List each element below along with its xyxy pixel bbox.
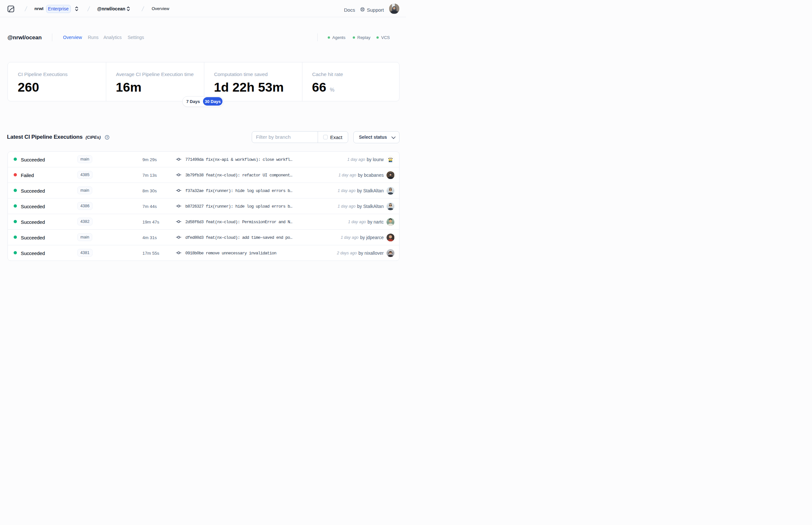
svg-text:?: ? <box>106 136 108 139</box>
